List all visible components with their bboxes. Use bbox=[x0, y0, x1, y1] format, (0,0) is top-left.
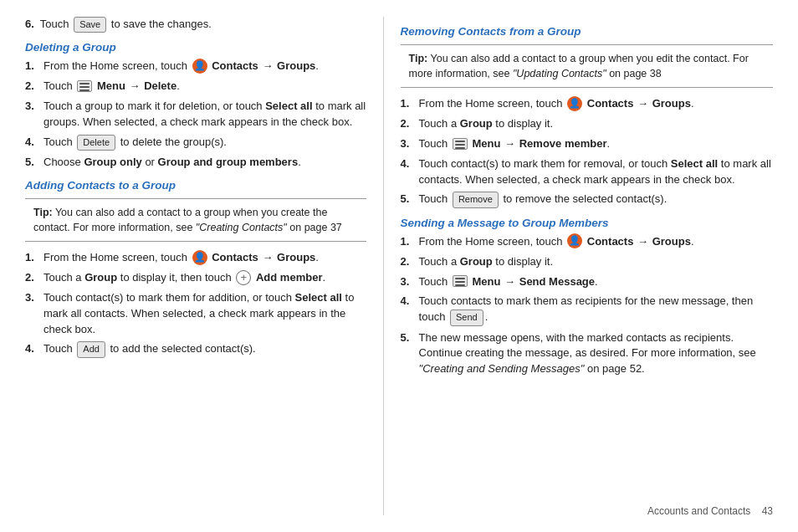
sending-message-title: Sending a Message to Group Members bbox=[401, 217, 773, 229]
step-content: From the Home screen, touch Contacts → G… bbox=[43, 59, 366, 74]
remove-step-4: 4. Touch contact(s) to mark them for rem… bbox=[401, 156, 773, 188]
step-content: Touch contact(s) to mark them for additi… bbox=[43, 290, 366, 338]
intro-step-num: 6. bbox=[25, 18, 34, 30]
step-content: Touch contact(s) to mark them for remova… bbox=[419, 156, 773, 188]
step-content: Touch Menu → Delete. bbox=[43, 79, 366, 95]
step-num: 4. bbox=[401, 156, 419, 172]
step-content: Touch contacts to mark them as recipient… bbox=[419, 294, 773, 325]
send-step-5: 5. The new message opens, with the marke… bbox=[401, 330, 773, 378]
removing-contacts-steps: 1. From the Home screen, touch Contacts … bbox=[401, 96, 773, 208]
step-num: 1. bbox=[25, 59, 43, 74]
tip-label: Tip: bbox=[33, 207, 53, 218]
step-num: 3. bbox=[401, 136, 419, 152]
step-content: Touch Menu → Remove member. bbox=[419, 136, 773, 152]
add-step-3: 3. Touch contact(s) to mark them for add… bbox=[25, 290, 366, 338]
step-num: 3. bbox=[401, 274, 419, 290]
step-content: The new message opens, with the marked c… bbox=[419, 330, 773, 378]
delete-step-1: 1. From the Home screen, touch Contacts … bbox=[25, 59, 366, 74]
step-num: 4. bbox=[25, 135, 43, 151]
send-button-inline: Send bbox=[450, 309, 483, 325]
contacts-icon bbox=[567, 96, 582, 111]
step-num: 2. bbox=[25, 270, 43, 286]
step-content: Touch Delete to delete the group(s). bbox=[43, 135, 366, 151]
step-num: 2. bbox=[401, 254, 419, 270]
menu-icon bbox=[453, 138, 468, 150]
col-left: 6. Touch Save to save the changes. Delet… bbox=[25, 17, 383, 515]
delete-button-inline: Delete bbox=[77, 135, 115, 151]
removing-contacts-title: Removing Contacts from a Group bbox=[401, 25, 773, 38]
adding-contacts-tip: Tip: You can also add a contact to a gro… bbox=[25, 198, 366, 242]
send-step-3: 3. Touch Menu → Send Message. bbox=[401, 274, 773, 290]
step-content: Touch a Group to display it. bbox=[419, 254, 773, 270]
step-num: 5. bbox=[25, 155, 43, 171]
step-num: 4. bbox=[401, 294, 419, 309]
remove-step-3: 3. Touch Menu → Remove member. bbox=[401, 136, 773, 152]
send-step-1: 1. From the Home screen, touch Contacts … bbox=[401, 234, 773, 250]
deleting-group-steps: 1. From the Home screen, touch Contacts … bbox=[25, 59, 366, 171]
plus-icon: + bbox=[236, 270, 251, 285]
step-num: 2. bbox=[25, 79, 43, 95]
sending-message-steps: 1. From the Home screen, touch Contacts … bbox=[401, 234, 773, 377]
delete-step-5: 5. Choose Group only or Group and group … bbox=[25, 155, 366, 171]
adding-contacts-title: Adding Contacts to a Group bbox=[25, 179, 366, 192]
col-right: Removing Contacts from a Group Tip: You … bbox=[383, 17, 773, 515]
step-content: Touch Remove to remove the selected cont… bbox=[419, 192, 773, 207]
step-num: 3. bbox=[25, 290, 43, 306]
step-content: Touch a Group to display it. bbox=[419, 116, 773, 132]
delete-step-3: 3. Touch a group to mark it for deletion… bbox=[25, 99, 366, 130]
page-number: 43 bbox=[762, 505, 773, 517]
deleting-group-title: Deleting a Group bbox=[25, 41, 366, 54]
step-num: 5. bbox=[401, 192, 419, 207]
contacts-icon bbox=[567, 233, 582, 248]
remove-step-2: 2. Touch a Group to display it. bbox=[401, 116, 773, 132]
page: 6. Touch Save to save the changes. Delet… bbox=[0, 0, 798, 532]
add-step-4: 4. Touch Add to add the selected contact… bbox=[25, 341, 366, 357]
add-step-2: 2. Touch a Group to display it, then tou… bbox=[25, 270, 366, 286]
step-num: 2. bbox=[401, 116, 419, 132]
send-step-4: 4. Touch contacts to mark them as recipi… bbox=[401, 294, 773, 325]
step-num: 1. bbox=[401, 234, 419, 250]
step-num: 5. bbox=[401, 330, 419, 346]
intro-step: 6. Touch Save to save the changes. bbox=[25, 17, 366, 33]
step-content: Touch Add to add the selected contact(s)… bbox=[43, 341, 366, 357]
step-content: From the Home screen, touch Contacts → G… bbox=[419, 96, 773, 112]
step-content: From the Home screen, touch Contacts → G… bbox=[43, 250, 366, 266]
contacts-icon bbox=[192, 250, 207, 265]
save-button-inline: Save bbox=[74, 17, 106, 33]
step-num: 1. bbox=[25, 250, 43, 266]
footer-label: Accounts and Contacts bbox=[647, 505, 750, 517]
adding-contacts-steps: 1. From the Home screen, touch Contacts … bbox=[25, 250, 366, 358]
delete-step-4: 4. Touch Delete to delete the group(s). bbox=[25, 135, 366, 151]
add-button-inline: Add bbox=[77, 341, 105, 357]
remove-button-inline: Remove bbox=[453, 192, 499, 207]
remove-step-1: 1. From the Home screen, touch Contacts … bbox=[401, 96, 773, 112]
contacts-icon bbox=[192, 59, 207, 74]
add-step-1: 1. From the Home screen, touch Contacts … bbox=[25, 250, 366, 266]
step-num: 1. bbox=[401, 96, 419, 112]
step-num: 3. bbox=[25, 99, 43, 115]
step-content: From the Home screen, touch Contacts → G… bbox=[419, 234, 773, 250]
step-content: Touch a Group to display it, then touch … bbox=[43, 270, 366, 286]
delete-step-2: 2. Touch Menu → Delete. bbox=[25, 79, 366, 95]
tip-label: Tip: bbox=[409, 53, 428, 64]
step-num: 4. bbox=[25, 341, 43, 357]
step-content: Choose Group only or Group and group mem… bbox=[43, 155, 366, 171]
page-footer: Accounts and Contacts 43 bbox=[647, 505, 773, 517]
removing-contacts-tip: Tip: You can also add a contact to a gro… bbox=[401, 44, 773, 88]
step-content: Touch a group to mark it for deletion, o… bbox=[43, 99, 366, 130]
menu-icon bbox=[77, 80, 92, 92]
remove-step-5: 5. Touch Remove to remove the selected c… bbox=[401, 192, 773, 207]
send-step-2: 2. Touch a Group to display it. bbox=[401, 254, 773, 270]
step-content: Touch Menu → Send Message. bbox=[419, 274, 773, 290]
intro-text: Touch Save to save the changes. bbox=[37, 18, 211, 30]
menu-icon bbox=[453, 275, 468, 287]
